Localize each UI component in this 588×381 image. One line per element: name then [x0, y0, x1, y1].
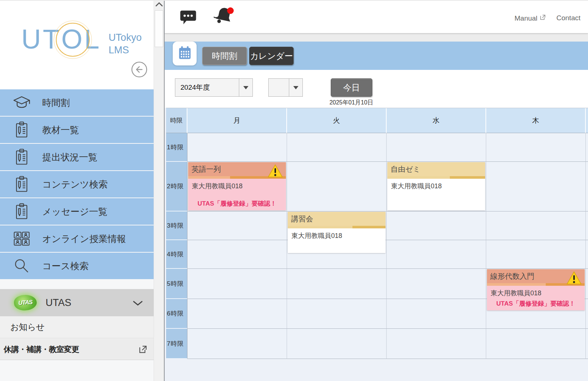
course-teacher: 東大用教職員018: [288, 228, 386, 240]
sidebar-item-course-search[interactable]: コース検索: [0, 253, 154, 279]
dropdown-arrow-icon: [289, 79, 302, 96]
day-header-partial: [586, 108, 588, 133]
timetable-cell: [187, 269, 287, 299]
view-banner: 時間割 カレンダー: [165, 42, 588, 70]
timetable-cell: [287, 299, 387, 329]
term-select[interactable]: [268, 78, 303, 97]
grid-corner-header: 時限: [166, 108, 187, 133]
timetable-cell: [387, 133, 486, 162]
sidebar-item-label: コース検索: [42, 260, 89, 272]
sidebar-item-submission-status[interactable]: 提出状況一覧: [0, 144, 154, 170]
timetable-grid: 時限月火水木1時限2時限英語一列東大用教職員018UTAS「履修登録」要確認！自…: [166, 108, 588, 359]
sidebar-item-label: コンテンツ検索: [42, 178, 108, 190]
online-class-icon: [13, 230, 30, 247]
warning-icon: [566, 271, 582, 285]
year-select[interactable]: 2024年度: [175, 78, 253, 97]
timetable-cell: 講習会東大用教職員018: [287, 211, 387, 240]
sidebar-item-message-list[interactable]: メッセージ一覧: [0, 198, 154, 225]
timetable-cell: [187, 240, 287, 269]
external-link-icon: [539, 14, 546, 22]
sidebar-item-timetable[interactable]: 時間割: [0, 89, 154, 116]
sidebar-item-label: 教材一覧: [42, 124, 79, 136]
messages-button[interactable]: [180, 10, 197, 25]
chevron-down-icon: [132, 300, 143, 308]
sidebar-item-utas[interactable]: UTAS UTAS: [0, 289, 154, 316]
period-label-3: 3時限: [166, 211, 187, 240]
course-title: 自由ゼミ: [387, 164, 420, 174]
chat-bubble-icon: [180, 21, 197, 26]
graduation-cap-icon: [13, 94, 30, 111]
sidebar-item-materials[interactable]: 教材一覧: [0, 117, 154, 143]
utas-logo-icon: UTAS: [14, 294, 37, 311]
timetable-cell: [486, 133, 586, 162]
course-teacher: 東大用教職員018: [188, 179, 286, 190]
timetable-cell: [287, 269, 387, 299]
collapse-sidebar-button[interactable]: [131, 61, 148, 78]
day-header-2: 火: [287, 108, 387, 133]
scrollbar-thumb[interactable]: [155, 10, 163, 47]
current-date: 2025年01月10日: [322, 99, 381, 107]
warning-icon: [267, 164, 283, 178]
clipboard-icon: [13, 149, 30, 165]
timetable-cell: [187, 329, 287, 359]
timetable-cell-partial: [586, 240, 588, 269]
contact-link[interactable]: Contact: [556, 14, 580, 22]
timetable-cell: [486, 240, 586, 269]
timetable-cell-partial: [586, 133, 588, 162]
day-header-3: 水: [387, 108, 486, 133]
period-label-4: 4時限: [166, 240, 187, 269]
sidebar-nav: 時間割教材一覧提出状況一覧コンテンツ検索メッセージ一覧オンライン授業情報コース検…: [0, 89, 154, 280]
main-content: Manual Contact 時間割 カレンダー 2024年度: [164, 0, 588, 381]
sidebar-item-content-search[interactable]: コンテンツ検索: [0, 171, 154, 197]
course-card[interactable]: 線形代数入門東大用教職員018UTAS「履修登録」要確認！: [487, 269, 585, 310]
period-label-1: 1時限: [166, 133, 187, 162]
top-bar: Manual Contact: [165, 0, 588, 33]
bell-icon: [214, 22, 234, 28]
sidebar-scrollbar[interactable]: [154, 0, 164, 381]
tab-timetable[interactable]: 時間割: [202, 47, 247, 65]
manual-link[interactable]: Manual: [514, 14, 546, 22]
timetable-cell: [287, 162, 387, 211]
sidebar-item-notices[interactable]: お知らせ: [0, 316, 154, 338]
timetable-home-button[interactable]: [173, 42, 197, 65]
course-card[interactable]: 英語一列東大用教職員018UTAS「履修登録」要確認！: [188, 162, 286, 210]
timetable-cell-partial: [586, 162, 588, 211]
timetable-cell: 英語一列東大用教職員018UTAS「履修登録」要確認！: [187, 162, 287, 211]
course-title: 線形代数入門: [487, 271, 534, 281]
timetable-cell: [187, 211, 287, 240]
page-top-divider: [0, 0, 588, 1]
course-card[interactable]: 講習会東大用教職員018: [288, 212, 386, 253]
today-button[interactable]: 今日: [331, 78, 372, 97]
timetable-cell: [287, 329, 387, 359]
external-link-icon: [138, 345, 148, 356]
timetable-cell-partial: [586, 211, 588, 240]
timetable-cell: [387, 240, 486, 269]
sidebar: UTOL UTokyo LMS 時間割教材一覧提出状況一覧コンテンツ検索メッセー…: [0, 0, 154, 381]
period-label-6: 6時限: [166, 299, 187, 329]
timetable-cell: [387, 299, 486, 329]
sidebar-item-class-cancellation[interactable]: 休講・補講・教室変更: [0, 339, 154, 360]
timetable-cell-partial: [586, 299, 588, 329]
course-teacher: 東大用教職員018: [387, 179, 485, 190]
search-icon: [13, 257, 30, 274]
scroll-up-icon[interactable]: [155, 1, 163, 10]
timetable-cell: [287, 133, 387, 162]
timetable-cell: [387, 211, 486, 240]
sidebar-item-online-class-info[interactable]: オンライン授業情報: [0, 225, 154, 252]
timetable-cell: [486, 162, 586, 211]
timetable-cell: [387, 269, 486, 299]
period-label-7: 7時限: [166, 329, 187, 359]
course-card[interactable]: 自由ゼミ東大用教職員018: [387, 162, 485, 210]
utas-registration-warning: UTAS「履修登録」要確認！: [487, 299, 585, 308]
logo-subtitle: UTokyo LMS: [108, 32, 141, 57]
arrow-left-circle-icon: [131, 74, 148, 79]
clipboard-icon: [13, 203, 30, 220]
utol-logo: UTOL UTokyo LMS: [21, 26, 141, 57]
period-label-2: 2時限: [166, 162, 187, 211]
utas-registration-warning: UTAS「履修登録」要確認！: [188, 199, 286, 208]
tab-calendar[interactable]: カレンダー: [249, 47, 294, 65]
timetable-cell: [387, 329, 486, 359]
period-label-5: 5時限: [166, 269, 187, 299]
day-header-1: 月: [187, 108, 287, 133]
sidebar-item-label: 提出状況一覧: [42, 151, 97, 163]
